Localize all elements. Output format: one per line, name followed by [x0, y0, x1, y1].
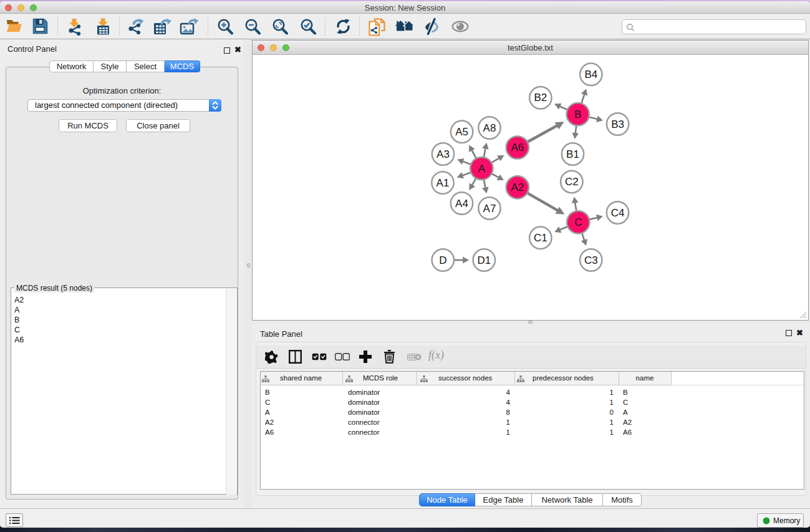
svg-text:C2: C2	[565, 176, 579, 188]
svg-text:A6: A6	[511, 142, 524, 153]
svg-text:A5: A5	[455, 126, 468, 138]
svg-text:A2: A2	[511, 181, 524, 193]
svg-text:A1: A1	[436, 177, 450, 189]
svg-text:B: B	[574, 109, 581, 120]
svg-text:C3: C3	[584, 254, 598, 266]
svg-text:B3: B3	[611, 118, 624, 130]
svg-text:A3: A3	[436, 148, 450, 160]
svg-text:B4: B4	[584, 69, 597, 80]
svg-text:D1: D1	[477, 254, 491, 266]
svg-text:B1: B1	[566, 148, 579, 160]
svg-text:A8: A8	[483, 122, 496, 134]
svg-text:A4: A4	[455, 198, 468, 210]
svg-text:C1: C1	[534, 232, 547, 244]
svg-text:C: C	[574, 216, 582, 228]
svg-text:A: A	[478, 163, 486, 175]
svg-text:C4: C4	[611, 207, 625, 219]
svg-text:B2: B2	[534, 92, 547, 104]
svg-text:D: D	[439, 254, 446, 266]
svg-text:A7: A7	[483, 203, 496, 215]
